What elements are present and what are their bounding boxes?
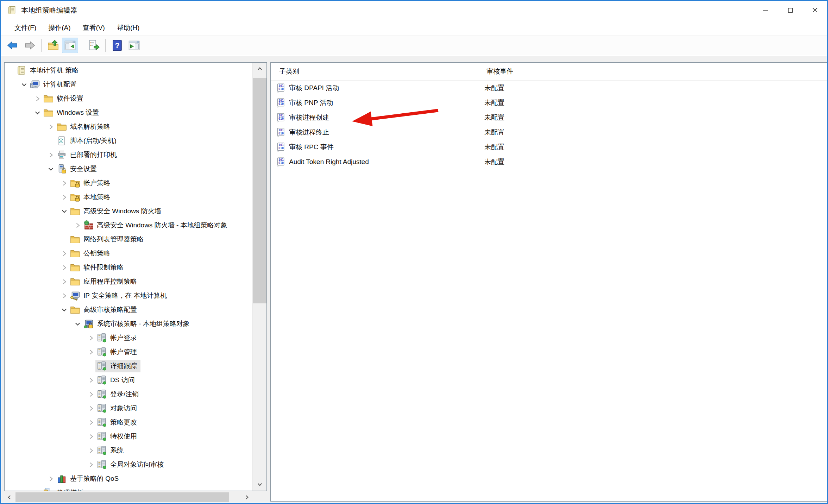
scroll-up-button[interactable]: [253, 63, 266, 75]
tree-item[interactable]: 网络列表管理器策略: [5, 232, 252, 246]
vertical-scrollbar-thumb[interactable]: [253, 78, 266, 303]
tree-item[interactable]: 系统审核策略 - 本地组策略对象: [5, 317, 252, 331]
tree-item[interactable]: 管理模板: [5, 486, 252, 491]
tree-item-content[interactable]: 基于策略的 QoS: [55, 472, 122, 485]
table-row[interactable]: 101010审核 RPC 事件未配置: [271, 140, 827, 155]
tree-expander[interactable]: [19, 80, 29, 89]
tree-expander[interactable]: [59, 178, 69, 188]
tree-expander[interactable]: [86, 460, 95, 469]
tree-item[interactable]: 对象访问: [5, 401, 252, 415]
tree-item[interactable]: 公钥策略: [5, 246, 252, 260]
tree-expander[interactable]: [46, 164, 55, 174]
close-button[interactable]: [803, 1, 827, 20]
tree-item-content[interactable]: 系统: [95, 444, 127, 457]
tree-expander[interactable]: [59, 305, 69, 314]
tree-expander[interactable]: [33, 108, 42, 117]
tree-expander[interactable]: [86, 432, 95, 441]
table-row[interactable]: 101010Audit Token Right Adjusted未配置: [271, 155, 827, 169]
column-header-audit-events[interactable]: 审核事件: [480, 63, 692, 80]
tree-expander[interactable]: [59, 263, 69, 272]
tree-item-content[interactable]: 登录/注销: [95, 388, 142, 401]
table-row[interactable]: 101010审核 PNP 活动未配置: [271, 95, 827, 110]
tree-item-content[interactable]: 策略更改: [95, 416, 140, 429]
tree-item[interactable]: 安全设置: [5, 162, 252, 176]
tree-item[interactable]: 高级安全 Windows 防火墙: [5, 204, 252, 218]
menu-item-2[interactable]: 查看(V): [77, 21, 111, 34]
tree-expander[interactable]: [33, 94, 42, 103]
tree-item[interactable]: 高级安全 Windows 防火墙 - 本地组策略对象: [5, 218, 252, 232]
tree-item-content[interactable]: 帐户策略: [69, 177, 114, 189]
tree-item-content[interactable]: 高级安全 Windows 防火墙: [69, 205, 165, 218]
tree-item-content[interactable]: 安全设置: [55, 163, 100, 175]
tree-item[interactable]: 已部署的打印机: [5, 148, 252, 162]
tree-item-content[interactable]: 系统审核策略 - 本地组策略对象: [82, 317, 193, 330]
action-pane-toggle-button[interactable]: [126, 38, 142, 53]
tree-item-content[interactable]: 帐户管理: [95, 346, 140, 358]
scroll-right-button[interactable]: [242, 492, 252, 502]
tree-item-content[interactable]: 特权使用: [95, 430, 140, 443]
back-arrow-button[interactable]: [5, 38, 21, 53]
tree-expander[interactable]: [46, 122, 55, 131]
tree-item-content[interactable]: 软件设置: [42, 92, 87, 105]
tree-item[interactable]: 详细跟踪: [5, 359, 252, 373]
tree-item-content[interactable]: 脚本(启动/关机): [55, 134, 120, 147]
tree-item[interactable]: DS 访问: [5, 373, 252, 387]
tree-expander[interactable]: [46, 474, 55, 483]
menu-item-0[interactable]: 文件(F): [8, 21, 42, 34]
tree-expander[interactable]: [59, 193, 69, 202]
tree-item-content[interactable]: 本地计算机 策略: [15, 64, 82, 77]
tree-item[interactable]: 域名解析策略: [5, 120, 252, 134]
tree-item-content[interactable]: 网络列表管理器策略: [69, 233, 147, 246]
tree-item[interactable]: 应用程序控制策略: [5, 275, 252, 289]
tree-item-content[interactable]: Windows 设置: [42, 106, 102, 119]
tree-item[interactable]: 特权使用: [5, 429, 252, 443]
tree-expander[interactable]: [59, 249, 69, 258]
tree-item[interactable]: 帐户策略: [5, 176, 252, 190]
tree-item[interactable]: 高级审核策略配置: [5, 303, 252, 317]
up-one-level-folder-button[interactable]: [45, 38, 61, 53]
tree-horizontal-scrollbar[interactable]: [4, 492, 252, 502]
tree-vertical-scrollbar[interactable]: [252, 63, 266, 491]
tree-item[interactable]: 脚本(启动/关机): [5, 134, 252, 148]
tree-item[interactable]: 登录/注销: [5, 387, 252, 401]
tree-item-content[interactable]: 高级审核策略配置: [69, 303, 140, 316]
tree-expander[interactable]: [86, 404, 95, 413]
tree-item-content[interactable]: 域名解析策略: [55, 120, 114, 133]
tree-item-content[interactable]: 本地策略: [69, 191, 114, 203]
tree-item[interactable]: 帐户登录: [5, 331, 252, 345]
horizontal-scrollbar-thumb[interactable]: [15, 492, 229, 502]
tree-item-content[interactable]: 对象访问: [95, 402, 140, 415]
tree-expander[interactable]: [73, 221, 82, 230]
tree-item-content[interactable]: 软件限制策略: [69, 261, 127, 274]
tree-item-content[interactable]: 高级安全 Windows 防火墙 - 本地组策略对象: [82, 219, 231, 232]
tree-item[interactable]: 全局对象访问审核: [5, 458, 252, 472]
tree-item-content[interactable]: 管理模板: [42, 486, 87, 491]
tree-item[interactable]: 基于策略的 QoS: [5, 472, 252, 486]
tree-item-content[interactable]: 公钥策略: [69, 247, 114, 260]
menu-item-1[interactable]: 操作(A): [42, 21, 76, 34]
tree-item-selected-content[interactable]: 详细跟踪: [95, 360, 140, 372]
tree-item[interactable]: Windows 设置: [5, 106, 252, 120]
tree-item-content[interactable]: 帐户登录: [95, 332, 140, 344]
tree-item[interactable]: 软件设置: [5, 92, 252, 106]
tree-item[interactable]: 本地策略: [5, 190, 252, 204]
tree-item[interactable]: IP 安全策略，在 本地计算机: [5, 289, 252, 303]
forward-arrow-button[interactable]: [21, 38, 38, 53]
scroll-left-button[interactable]: [4, 492, 15, 502]
tree-expander[interactable]: [46, 150, 55, 159]
tree-expander[interactable]: [86, 446, 95, 455]
tree-expander[interactable]: [86, 376, 95, 385]
scroll-down-button[interactable]: [253, 478, 266, 491]
tree-item[interactable]: 策略更改: [5, 415, 252, 429]
tree-item-content[interactable]: DS 访问: [95, 374, 138, 386]
console-tree-toggle-button[interactable]: [62, 38, 78, 53]
tree-expander[interactable]: [86, 418, 95, 427]
tree-item[interactable]: 本地计算机 策略: [5, 63, 252, 77]
tree-item-content[interactable]: 全局对象访问审核: [95, 458, 167, 471]
tree-expander[interactable]: [73, 319, 82, 328]
export-list-button[interactable]: [86, 38, 102, 53]
tree-item[interactable]: 系统: [5, 443, 252, 458]
maximize-button[interactable]: [778, 1, 803, 20]
tree-item[interactable]: 帐户管理: [5, 345, 252, 359]
tree-item[interactable]: 计算机配置: [5, 77, 252, 92]
